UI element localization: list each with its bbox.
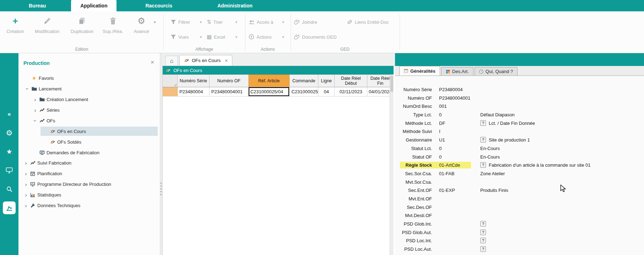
expander-icon[interactable]: ›: [23, 171, 29, 177]
nav-strip: « ⚙ ★: [0, 53, 18, 255]
group-label-actions: Actions: [261, 47, 275, 52]
cell-ligne[interactable]: 04: [318, 87, 335, 96]
document-tab-ofs-en-cours[interactable]: OFs en Cours ×: [179, 55, 232, 66]
views-button[interactable]: Vues ▾: [171, 33, 202, 40]
field-desc: Fabrication d'un article à la commande s…: [489, 162, 590, 168]
tree-item-demandes-fabrication[interactable]: Demandes de Fabrication: [18, 148, 158, 157]
collapse-panel-button[interactable]: «: [0, 108, 18, 120]
tree-item-label: Création Lancement: [47, 97, 88, 102]
field-label: Sec.Ent.OF: [395, 188, 432, 193]
gear-icon: ⚙: [6, 129, 13, 137]
entity-doc-links-button[interactable]: Liens Entité-Doc: [347, 18, 389, 26]
menu-tab-administration[interactable]: Administration: [208, 0, 262, 11]
tree-item-creation-lancement[interactable]: › Création Lancement: [18, 95, 158, 104]
field-label: Sec.Des.OF: [395, 205, 432, 210]
expander-icon[interactable]: ›: [25, 85, 31, 92]
duplication-button[interactable]: Duplication: [66, 15, 98, 34]
ribbon: + Création Modification Duplication Sup.…: [0, 11, 644, 53]
grid-header-ligne[interactable]: Ligne: [318, 74, 335, 87]
attach-button[interactable]: Joindre: [294, 18, 317, 26]
tree-item-statistiques[interactable]: › Statistiques: [18, 190, 158, 199]
creation-button[interactable]: + Création: [0, 15, 31, 34]
nav-favorites-button[interactable]: ★: [0, 145, 18, 157]
home-tab[interactable]: ⌂: [165, 56, 178, 66]
nav-production-button[interactable]: [3, 201, 16, 214]
expander-icon[interactable]: ›: [23, 203, 29, 209]
colored-squares-icon: [446, 70, 450, 74]
access-button[interactable]: Accès à ▾: [249, 18, 284, 26]
advanced-button[interactable]: ⚙ Avancé: [125, 15, 157, 34]
cell-numero-of[interactable]: P23480004001: [210, 87, 249, 96]
grid-header-numero-of[interactable]: Numéro OF: [210, 74, 249, 87]
tab-qui-quand[interactable]: Qui, Quand ?: [475, 67, 518, 76]
tree-item-planification[interactable]: › Planification: [18, 169, 158, 178]
tab-des-art[interactable]: Des.Art.: [441, 67, 473, 76]
group-separator: [291, 14, 291, 50]
filter-button[interactable]: Filtrer ▾: [171, 18, 202, 26]
help-button[interactable]: ?: [480, 221, 486, 227]
close-tab-icon[interactable]: ×: [225, 58, 228, 63]
excel-button[interactable]: ▦ Excel ▾: [207, 33, 237, 40]
tree-item-ofs-en-cours[interactable]: OFs en Cours: [18, 127, 158, 136]
help-button[interactable]: ?: [480, 162, 486, 168]
tree-item-donnees-techniques[interactable]: › Données Techniques: [18, 201, 158, 210]
field-value: 01-EXP: [439, 188, 455, 193]
field-label: Numéro OF: [395, 95, 432, 101]
nav-desktop-button[interactable]: [0, 164, 18, 176]
nav-search-button[interactable]: [0, 183, 18, 195]
actions-button[interactable]: Actions ▾: [249, 33, 284, 40]
scrollbar-thumb[interactable]: [390, 76, 393, 92]
tree-item-lancement[interactable]: › Lancement: [18, 84, 158, 93]
tab-generalites[interactable]: Généralités: [399, 66, 440, 76]
expander-icon[interactable]: ›: [32, 117, 38, 124]
sort-button[interactable]: ⇅ Trier ▾: [207, 18, 237, 26]
grid-header-numero-serie[interactable]: Numéro Série: [178, 74, 210, 87]
tree-item-favoris[interactable]: ★ Favoris: [18, 73, 158, 83]
cell-numero-serie[interactable]: P23480004: [178, 87, 210, 96]
help-button[interactable]: ?: [480, 137, 486, 143]
tree-item-series[interactable]: › Séries: [18, 105, 158, 115]
tree-item-programme-directeur[interactable]: › Programme Directeur de Production: [18, 179, 158, 189]
ged-documents-button[interactable]: Documents GED: [294, 33, 337, 40]
field-value: P23480004001: [439, 95, 470, 101]
grid-vertical-scrollbar[interactable]: [390, 74, 394, 255]
tree-item-ofs[interactable]: › OFs: [18, 116, 158, 125]
splitter-grip: [161, 183, 162, 195]
panel-close-button[interactable]: ×: [151, 59, 154, 66]
grid-header-date-debut[interactable]: Date Réel Début: [335, 74, 367, 87]
help-button[interactable]: ?: [480, 120, 486, 126]
cell-date-debut[interactable]: 02/11/2023: [335, 87, 367, 96]
advanced-dropdown-icon[interactable]: ▾: [154, 20, 156, 24]
menu-tab-bureau[interactable]: Bureau: [20, 0, 55, 11]
cell-ref-article-selected[interactable]: C231000025/04: [249, 87, 290, 96]
tree-item-ofs-soldes[interactable]: OFs Soldés: [18, 137, 158, 146]
panel-title: Production: [23, 60, 50, 66]
gear-icon: ⚙: [125, 15, 157, 27]
modification-button[interactable]: Modification: [31, 15, 63, 34]
row-selector-cell[interactable]: [163, 87, 178, 96]
field-label: Méthode Lct.: [395, 121, 432, 126]
delete-button[interactable]: Sup./Réa.: [97, 15, 129, 34]
of-icon: [166, 68, 171, 73]
group-label-ged: GED: [340, 47, 350, 52]
menu-tab-raccourcis[interactable]: Raccourcis: [136, 0, 181, 11]
form-icon: [404, 69, 408, 73]
grid-header-ref-article[interactable]: Réf. Article: [249, 74, 290, 87]
cell-commande[interactable]: C231000025: [289, 87, 318, 96]
expander-icon[interactable]: ›: [23, 192, 29, 198]
expander-icon[interactable]: ›: [23, 160, 29, 166]
grid-header-select-all[interactable]: [163, 74, 178, 87]
clock-icon: [479, 70, 483, 74]
expander-icon[interactable]: ›: [32, 96, 38, 102]
nav-settings-button[interactable]: ⚙: [0, 127, 18, 139]
grid-header-commande[interactable]: Commande: [289, 74, 318, 87]
expander-icon[interactable]: ›: [23, 181, 29, 187]
help-button[interactable]: ?: [480, 238, 486, 243]
help-button[interactable]: ?: [480, 246, 486, 252]
tree-item-suivi-fabrication[interactable]: › Suivi Fabrication: [18, 158, 158, 167]
grid-row: P23480004 P23480004001 C231000025/04 C23…: [163, 87, 394, 96]
expander-icon[interactable]: ›: [32, 107, 38, 113]
field-gestionnaire: Gestionnaire U1 ? Site de production 1: [395, 136, 644, 145]
menu-tab-application[interactable]: Application: [71, 0, 117, 11]
help-button[interactable]: ?: [480, 229, 486, 235]
